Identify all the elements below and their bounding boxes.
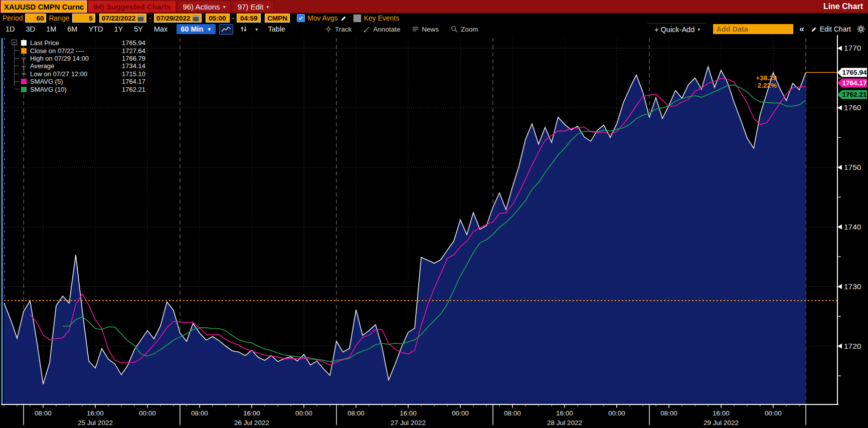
tab-1m[interactable]: 1M [41, 25, 62, 33]
legend-label: Average [30, 62, 116, 70]
track-crosshair-icon [325, 26, 332, 33]
add-data-input[interactable] [713, 24, 793, 34]
table-button[interactable]: Table [262, 25, 291, 33]
calendar-icon[interactable] [193, 15, 199, 22]
toolbar-right-group: + Quick-Add ▾ « Edit Chart [647, 23, 865, 35]
change-value: +38.29 [737, 74, 777, 82]
legend-item[interactable]: Last Price1765.94 [21, 39, 145, 47]
x-axis-date-label: 27 Jul 2022 [391, 419, 426, 426]
chevron-down-icon[interactable]: ▾ [251, 27, 262, 32]
tab-1y[interactable]: 1Y [108, 25, 128, 33]
legend-label: SMAVG (5) [30, 78, 116, 85]
view-type-label: Line Chart [823, 2, 863, 11]
x-axis-time-label: 08:00 [191, 409, 208, 417]
date-from-value: 07/22/2022 [102, 15, 136, 22]
line-chart-type-button[interactable] [219, 24, 233, 35]
quick-add-label: + Quick-Add [654, 26, 695, 34]
legend-item[interactable]: ╤High on 07/29 14:001766.79 [21, 55, 145, 62]
pencil-icon[interactable] [340, 15, 346, 22]
quick-add-button[interactable]: + Quick-Add ▾ [647, 23, 707, 35]
tab-6m[interactable]: 6M [62, 25, 83, 33]
edit-label: 97) Edit [238, 3, 264, 11]
date-to-input[interactable]: 07/29/2022 [154, 14, 202, 23]
y-axis-label: 1750 [844, 163, 861, 171]
tab-1d[interactable]: 1D [0, 25, 21, 33]
collapse-panel-button[interactable]: « [799, 24, 804, 34]
legend-item[interactable]: Close on 07/22 ----1727.64 [21, 47, 145, 54]
legend-tree-line [14, 43, 15, 86]
gear-icon[interactable] [857, 25, 865, 33]
legend-label: High on 07/29 14:00 [30, 55, 116, 62]
news-tool[interactable]: News [412, 26, 439, 33]
x-axis-time-label: 00:00 [295, 409, 312, 417]
actions-label: 96) Actions [183, 3, 220, 11]
suggested-charts-label: 94) Suggested Charts [93, 3, 170, 11]
bloomberg-chart-window: XAUUSD CMPN Curnc 94) Suggested Charts 9… [0, 0, 868, 428]
time-to-input[interactable]: 04:59 [237, 14, 261, 23]
interval-compare-button[interactable] [237, 25, 251, 33]
date-from-input[interactable]: 07/22/2022 [99, 14, 147, 23]
tab-max[interactable]: Max [148, 25, 173, 33]
legend-value: 1734.14 [116, 62, 145, 70]
tab-3d[interactable]: 3D [21, 25, 41, 33]
x-axis-time-label: 16:00 [713, 409, 730, 417]
x-axis-time-label: 16:00 [556, 409, 573, 417]
chevron-down-icon: ▾ [698, 27, 700, 32]
high-marker-icon: ╤ [21, 55, 27, 62]
actions-button[interactable]: 96) Actions ▾ [178, 1, 230, 13]
range-input[interactable]: 5 [72, 14, 95, 23]
suggested-charts-button[interactable]: 94) Suggested Charts [88, 1, 176, 12]
interval-dropdown[interactable]: 60 Min ▼ [177, 24, 216, 34]
track-label: Track [335, 26, 352, 33]
zoom-tool[interactable]: Zoom [451, 26, 478, 33]
legend-item[interactable]: SMAVG (10)1762.21 [21, 85, 145, 93]
chevron-down-icon: ▾ [223, 4, 226, 10]
x-axis-time-label: 08:00 [660, 409, 677, 417]
legend-tree-stub [15, 74, 19, 74]
key-events-checkbox[interactable] [354, 15, 361, 22]
security-field[interactable]: XAUUSD CMPN Curnc [1, 1, 87, 13]
news-icon [412, 26, 419, 32]
legend-item[interactable]: ╧Low on 07/27 12:001715.10 [21, 70, 145, 78]
legend-item[interactable]: SMAVG (5)1764.17 [21, 78, 145, 85]
y-tick-arrow [837, 46, 842, 51]
mov-avgs-checkbox[interactable] [297, 14, 305, 22]
y-axis-label: 1730 [844, 282, 861, 291]
tab-5y[interactable]: 5Y [128, 25, 148, 33]
x-axis-time-label: 08:00 [348, 409, 365, 417]
legend-label: SMAVG (10) [30, 86, 116, 93]
date-to-value: 07/29/2022 [156, 15, 191, 22]
chart-plot-area[interactable]: 17201730174017501760177008:0016:0000:000… [0, 35, 868, 428]
price-chart-svg[interactable]: 17201730174017501760177008:0016:0000:000… [0, 35, 868, 428]
price-area-fill [4, 67, 806, 404]
tab-ytd[interactable]: YTD [83, 25, 108, 33]
annotate-icon [364, 26, 370, 33]
up-down-arrows-icon [240, 25, 248, 33]
range-label: Range [49, 14, 69, 22]
legend-item[interactable]: ┼Average1734.14 [21, 62, 145, 70]
chart-toolbar: 1D3D1M6MYTD1Y5YMax 60 Min ▼ ▾ Table [0, 23, 868, 35]
legend-swatch [21, 79, 27, 84]
legend-tree-stub [15, 50, 19, 51]
key-events-label: Key Events [364, 14, 399, 22]
range-tabs: 1D3D1M6MYTD1Y5YMax [0, 25, 173, 33]
legend-tree-stub [15, 81, 19, 82]
chart-controls-bar: Period 60 Range 5 07/22/2022 - 07/29/202… [0, 13, 868, 23]
annotate-tool[interactable]: Annotate [364, 26, 400, 33]
legend-swatch [21, 87, 27, 92]
title-bar: XAUUSD CMPN Curnc 94) Suggested Charts 9… [0, 0, 868, 13]
legend-label: Close on 07/22 ---- [30, 47, 116, 55]
edit-chart-button[interactable]: Edit Chart [810, 25, 851, 33]
track-tool[interactable]: Track [325, 26, 352, 33]
legend-label: Low on 07/27 12:00 [30, 70, 116, 78]
edit-button[interactable]: 97) Edit ▾ [233, 1, 274, 13]
x-axis-time-label: 00:00 [139, 409, 156, 417]
legend-label: Last Price [30, 39, 116, 47]
time-from-input[interactable]: 05:00 [206, 14, 230, 23]
period-input[interactable]: 60 [25, 14, 46, 23]
calendar-icon[interactable] [137, 15, 144, 22]
legend-swatch [21, 48, 27, 54]
source-button[interactable]: CMPN [265, 14, 290, 23]
mov-avgs-label: Mov Avgs [307, 14, 337, 22]
x-axis-time-label: 08:00 [504, 409, 521, 417]
